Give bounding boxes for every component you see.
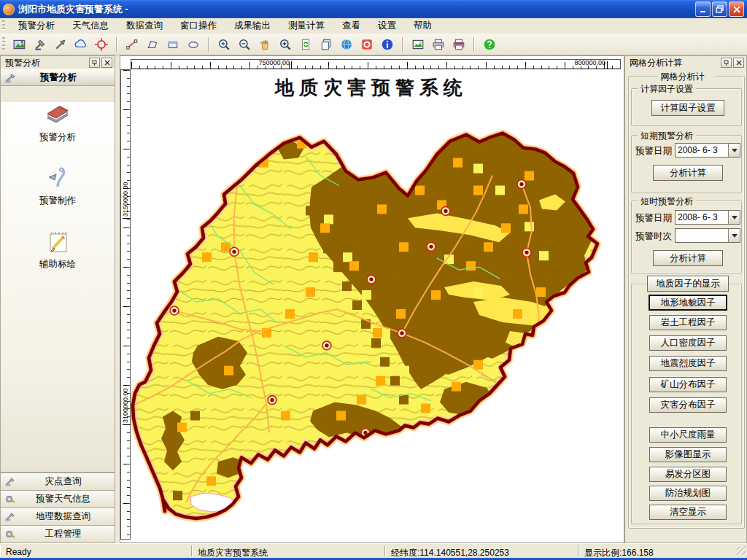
menu-bar: 预警分析 天气信息 数据查询 窗口操作 成果输出 测量计算 查看 设置 帮助 bbox=[0, 18, 747, 34]
nowcast-date-combo[interactable]: 2008- 6- 3 bbox=[675, 210, 740, 225]
sidebar-bar-geodata-query[interactable]: 地理数据查询 bbox=[1, 508, 115, 525]
chevron-down-icon[interactable] bbox=[728, 144, 740, 157]
menu-measure-calc[interactable]: 测量计算 bbox=[280, 18, 333, 34]
close-icon[interactable] bbox=[101, 58, 112, 68]
draw-line-icon[interactable] bbox=[124, 36, 140, 52]
calc-group-label: 计算因子设置 bbox=[638, 83, 696, 96]
population-factor-button[interactable]: 人口密度因子 bbox=[649, 335, 727, 351]
grid-panel-title: 网格分析计算 bbox=[630, 57, 682, 69]
menu-result-output[interactable]: 成果输出 bbox=[226, 18, 279, 34]
short-term-date-combo[interactable]: 2008- 6- 3 bbox=[675, 143, 740, 158]
menu-window-ops[interactable]: 窗口操作 bbox=[172, 18, 225, 34]
help-icon[interactable] bbox=[481, 36, 498, 52]
rainfall-scale-button[interactable]: 中小尺度雨量 bbox=[649, 427, 727, 443]
zoom-out-icon[interactable] bbox=[236, 36, 252, 52]
menu-grip[interactable] bbox=[2, 20, 5, 31]
menu-help[interactable]: 帮助 bbox=[406, 18, 440, 34]
sidebar-panel-title: 预警分析 bbox=[5, 57, 40, 69]
web-globe-icon[interactable] bbox=[338, 36, 355, 52]
copy-view-icon[interactable] bbox=[318, 36, 334, 52]
grid-panel-titlebar: 网格分析计算 bbox=[625, 56, 746, 69]
menu-data-query[interactable]: 数据查询 bbox=[118, 18, 171, 34]
seismic-factor-button[interactable]: 地震烈度因子 bbox=[649, 356, 727, 371]
print-icon[interactable] bbox=[430, 36, 446, 52]
refresh-view-icon[interactable] bbox=[298, 36, 314, 52]
toolbar-grip[interactable] bbox=[2, 37, 5, 50]
toolbar-separator bbox=[402, 37, 403, 52]
gear-tool-icon bbox=[5, 529, 16, 539]
chevron-down-icon[interactable] bbox=[728, 229, 740, 242]
warning-date-label: 预警日期 bbox=[635, 145, 672, 158]
map-title: 地质灾害预警系统 bbox=[131, 75, 612, 101]
nowcast-analyze-button[interactable]: 分析计算 bbox=[653, 250, 723, 266]
sidebar-bar-disaster-query[interactable]: 灾点查询 bbox=[1, 472, 115, 490]
axe-tool-icon[interactable] bbox=[32, 36, 48, 52]
pin-icon[interactable] bbox=[721, 58, 732, 68]
sidebar-item-warning-making[interactable]: 预警制作 bbox=[1, 166, 115, 207]
marker-pen-icon bbox=[43, 166, 72, 192]
sidebar-item-aux-plotting[interactable]: 辅助标绘 bbox=[1, 229, 115, 271]
resize-grip[interactable] bbox=[737, 546, 746, 555]
short-term-group-label: 短期预警分析 bbox=[638, 130, 696, 142]
draw-ellipse-icon[interactable] bbox=[185, 36, 201, 52]
prevention-plan-button[interactable]: 防治规划图 bbox=[649, 486, 727, 501]
image-browse-icon[interactable] bbox=[12, 36, 28, 52]
clear-display-button[interactable]: 清空显示 bbox=[649, 505, 727, 520]
factor-display-title-button[interactable]: 地质因子的显示 bbox=[647, 276, 729, 292]
geotech-factor-button[interactable]: 岩土工程因子 bbox=[649, 315, 727, 330]
cloud-weather-icon[interactable] bbox=[73, 36, 89, 52]
image-view-icon[interactable] bbox=[410, 36, 426, 52]
gear-tool-icon bbox=[5, 494, 16, 504]
menu-weather-info[interactable]: 天气信息 bbox=[64, 18, 117, 34]
minimize-button[interactable] bbox=[695, 1, 711, 17]
pan-hand-icon[interactable] bbox=[257, 36, 273, 52]
status-ready: Ready bbox=[0, 545, 191, 556]
sidebar-bar-label: 地理数据查询 bbox=[16, 510, 110, 523]
calc-factor-settings-button[interactable]: 计算因子设置 bbox=[651, 100, 724, 116]
info-about-icon[interactable] bbox=[379, 36, 395, 52]
menu-warning-analysis[interactable]: 预警分析 bbox=[10, 18, 63, 34]
close-icon[interactable] bbox=[733, 58, 744, 68]
status-coordinates: 经纬度:114.140551,28.250253 bbox=[384, 545, 578, 556]
sidebar-panel: 预警分析 预警分析 预警分析 预警制作 辅助标绘 灾点查询 预警天气信息 地理数… bbox=[0, 55, 115, 543]
zoom-extent-icon[interactable] bbox=[277, 36, 293, 52]
pick-tool-icon[interactable] bbox=[53, 36, 69, 52]
app-window: { "window": { "title": "浏阳市地质灾害预警系统 -" }… bbox=[0, 0, 747, 560]
draw-rectangle-icon[interactable] bbox=[165, 36, 181, 52]
map-canvas[interactable]: 地质灾害预警系统 bbox=[131, 69, 621, 540]
short-term-date-value: 2008- 6- 3 bbox=[676, 144, 728, 157]
nowcast-date-value: 2008- 6- 3 bbox=[676, 211, 728, 224]
sidebar-bar-label: 工程管理 bbox=[16, 528, 110, 540]
ruler-label: 3150000.00 bbox=[122, 166, 129, 217]
stop-record-icon[interactable] bbox=[359, 36, 375, 52]
print-preview-icon[interactable] bbox=[451, 36, 467, 52]
chevron-down-icon[interactable] bbox=[728, 211, 740, 224]
disaster-factor-button[interactable]: 灾害分布因子 bbox=[649, 397, 727, 413]
mine-factor-button[interactable]: 矿山分布因子 bbox=[649, 377, 727, 392]
warning-time-combo[interactable] bbox=[675, 228, 740, 243]
locate-target-icon[interactable] bbox=[93, 36, 109, 52]
menu-settings[interactable]: 设置 bbox=[370, 18, 404, 34]
sidebar-header-label: 预警分析 bbox=[23, 71, 94, 84]
grid-analysis-panel: 网格分析计算 网格分析计算 计算因子设置 计算因子设置 短期预警分析 预警日期 … bbox=[624, 55, 747, 543]
toolbar-separator bbox=[116, 37, 117, 52]
menu-view[interactable]: 查看 bbox=[334, 18, 368, 34]
toolbar-separator bbox=[208, 37, 209, 52]
tool-icon bbox=[5, 477, 16, 486]
draw-polygon-icon[interactable] bbox=[144, 36, 160, 52]
ruler-label: 3100000.00 bbox=[122, 372, 129, 423]
close-button[interactable] bbox=[729, 1, 744, 17]
terrain-factor-button[interactable]: 地形地貌因子 bbox=[649, 295, 727, 311]
status-bar: Ready 地质灾害预警系统 经纬度:114.140551,28.250253 … bbox=[0, 543, 747, 558]
zoom-in-icon[interactable] bbox=[216, 36, 232, 52]
warning-date-label2: 预警日期 bbox=[635, 212, 672, 225]
restore-button[interactable] bbox=[712, 1, 727, 17]
susceptibility-map-button[interactable]: 易发分区图 bbox=[649, 467, 727, 482]
sidebar-bar-warning-weather[interactable]: 预警天气信息 bbox=[1, 490, 115, 508]
imagery-display-button[interactable]: 影像图显示 bbox=[649, 447, 727, 462]
sidebar-bar-project-management[interactable]: 工程管理 bbox=[1, 525, 115, 542]
map-view: 750000.00 800000.00 3150000.00 3100000.0… bbox=[120, 55, 624, 543]
sidebar-item-warning-analysis[interactable]: 预警分析 bbox=[1, 102, 115, 144]
pin-icon[interactable] bbox=[89, 58, 100, 68]
short-term-analyze-button[interactable]: 分析计算 bbox=[653, 165, 723, 181]
